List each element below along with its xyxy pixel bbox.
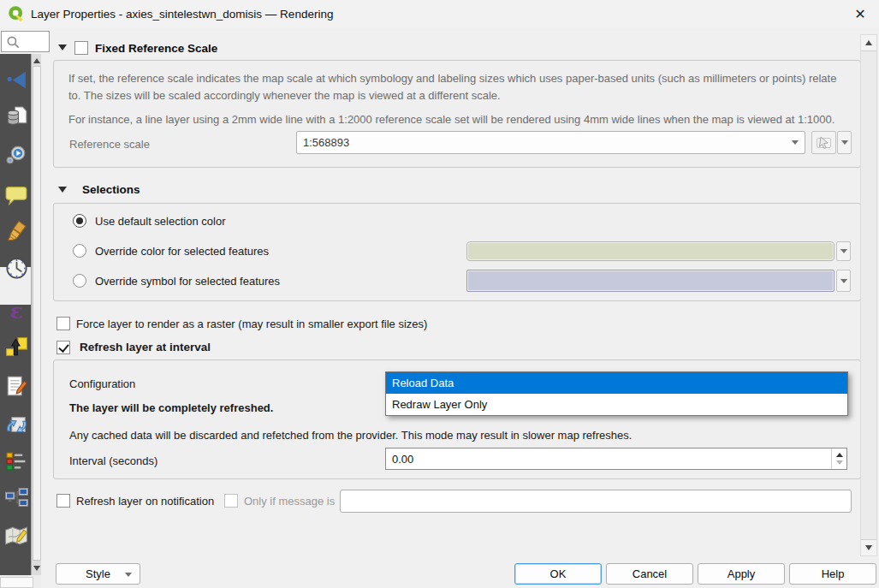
collapse-selections-icon[interactable]: [58, 187, 67, 193]
configuration-dropdown-list: Reload Data Redraw Layer Only: [385, 371, 848, 416]
sidebar-item-actions[interactable]: [2, 140, 31, 169]
fixed-reference-scale-title: Fixed Reference Scale: [95, 42, 217, 55]
override-color-radio[interactable]: [73, 244, 86, 258]
reference-scale-combobox[interactable]: [296, 131, 805, 154]
refresh-on-notification-label: Refresh layer on notification: [76, 495, 214, 508]
digitizing-icon: [4, 525, 29, 548]
scroll-down-icon[interactable]: [865, 545, 872, 550]
sidebar-item-temporal[interactable]: [2, 253, 31, 282]
default-selection-color-radio[interactable]: [73, 214, 86, 228]
spin-up-icon[interactable]: [836, 453, 843, 457]
actions-icon: [5, 144, 28, 167]
collapse-fixed-reference-scale-icon[interactable]: [58, 45, 67, 50]
apply-button[interactable]: Apply: [698, 563, 785, 585]
metadata-icon: [5, 375, 28, 398]
dropdown-option-redraw-layer-only[interactable]: Redraw Layer Only: [386, 394, 847, 415]
sidebar-footer: [0, 575, 41, 588]
configuration-label: Configuration: [69, 377, 135, 390]
override-symbol-radio[interactable]: [73, 274, 86, 288]
reference-scale-label: Reference scale: [69, 138, 150, 151]
refresh-interval-label: Refresh layer at interval: [80, 341, 211, 353]
override-symbol-label: Override symbol for selected features: [95, 275, 280, 288]
reference-scale-dropdown[interactable]: [786, 132, 805, 153]
sidebar-item-labels[interactable]: [2, 181, 31, 210]
qgis-logo-icon: [8, 5, 25, 22]
sidebar-item-legend[interactable]: [2, 446, 31, 475]
window-title: Layer Properties - axies_sintelestwn_dom…: [31, 0, 333, 28]
only-if-message-label: Only if message is: [244, 495, 335, 508]
content-scrollbar-thumb[interactable]: [861, 50, 876, 540]
chevron-down-icon: [840, 279, 847, 283]
server-icon: [4, 486, 29, 509]
override-color-swatch-button[interactable]: [466, 241, 834, 261]
interval-input[interactable]: [392, 449, 828, 468]
interval-spinbox[interactable]: [385, 448, 847, 470]
sidebar-item-digitizing[interactable]: [2, 521, 31, 550]
cancel-button[interactable]: Cancel: [606, 563, 693, 585]
sidebar-item-dependencies[interactable]: [2, 411, 31, 440]
chevron-down-icon: [792, 140, 799, 145]
scroll-up-icon[interactable]: [865, 40, 872, 45]
spin-buttons: [831, 448, 846, 469]
symbol-swatch: [468, 271, 833, 290]
sidebar-item-server[interactable]: [2, 483, 31, 512]
only-if-message-checkbox[interactable]: [224, 494, 238, 508]
temporal-icon: [5, 257, 28, 280]
scale-button-dropdown[interactable]: [837, 131, 852, 154]
fixed-reference-scale-checkbox[interactable]: [74, 41, 88, 55]
sidebar-item-information[interactable]: [2, 65, 31, 94]
refresh-interval-checkbox[interactable]: [56, 341, 70, 354]
notification-message-input[interactable]: [340, 490, 852, 513]
style-menu-button[interactable]: Style: [56, 563, 140, 585]
override-color-label: Override color for selected features: [95, 245, 269, 258]
sidebar-item-variables[interactable]: ε: [2, 296, 31, 325]
override-symbol-dropdown[interactable]: [836, 270, 851, 292]
content-scrollbar[interactable]: [860, 34, 877, 556]
variables-icon: ε: [9, 300, 22, 322]
spin-down-icon[interactable]: [836, 460, 843, 465]
reference-scale-example: For instance, a line layer using a 2mm w…: [68, 111, 852, 128]
override-color-dropdown[interactable]: [836, 241, 851, 261]
labels-icon: [5, 184, 28, 207]
selections-frame: Use default selection color Override col…: [53, 203, 861, 301]
force-raster-checkbox[interactable]: [56, 317, 70, 330]
sidebar-scroll-down-icon[interactable]: [33, 566, 40, 571]
sidebar-item-elevation[interactable]: [2, 332, 31, 361]
reference-scale-description: If set, the reference scale indicates th…: [68, 70, 852, 104]
sidebar-item-metadata[interactable]: [2, 371, 31, 401]
sidebar-scrollbar[interactable]: [31, 54, 41, 575]
interval-label: Interval (seconds): [69, 454, 157, 467]
ok-button[interactable]: OK: [514, 563, 602, 585]
chevron-down-icon: [125, 573, 132, 577]
selections-title: Selections: [82, 183, 140, 196]
sidebar-item-source[interactable]: [2, 102, 31, 131]
color-swatch: [468, 243, 833, 259]
close-button[interactable]: ✕: [848, 3, 872, 26]
information-icon: [5, 68, 28, 92]
titlebar: Layer Properties - axies_sintelestwn_dom…: [0, 0, 879, 28]
refresh-summary: The layer will be completely refreshed.: [69, 401, 273, 414]
chevron-down-icon: [841, 140, 848, 145]
refresh-detail: Any cached data will be discarded and re…: [69, 429, 632, 442]
fixed-reference-scale-frame: If set, the reference scale indicates th…: [53, 60, 861, 168]
default-selection-color-label: Use default selection color: [95, 215, 225, 228]
source-icon: [5, 105, 28, 128]
help-button[interactable]: Help: [789, 563, 876, 585]
dropdown-option-reload-data[interactable]: Reload Data: [386, 372, 847, 394]
map-cursor-icon: [816, 134, 833, 151]
chevron-down-icon: [840, 249, 847, 253]
refresh-on-notification-checkbox[interactable]: [56, 494, 70, 508]
dependencies-icon: [5, 414, 28, 437]
style-button-label: Style: [86, 567, 110, 580]
override-symbol-swatch-button[interactable]: [466, 270, 834, 292]
reference-scale-input[interactable]: [303, 133, 782, 152]
sidebar-scrollbar-thumb[interactable]: [33, 66, 41, 561]
legend-icon: [5, 449, 28, 472]
force-raster-label: Force layer to render as a raster (may r…: [76, 318, 427, 330]
layer-properties-dialog: Layer Properties - axies_sintelestwn_dom…: [0, 0, 879, 588]
set-scale-from-canvas-button[interactable]: [811, 131, 836, 154]
sidebar-scroll-up-icon[interactable]: [33, 58, 40, 63]
sidebar-item-rendering[interactable]: [2, 217, 31, 246]
elevation-icon: [5, 336, 28, 359]
tab-search-input[interactable]: [1, 31, 50, 52]
